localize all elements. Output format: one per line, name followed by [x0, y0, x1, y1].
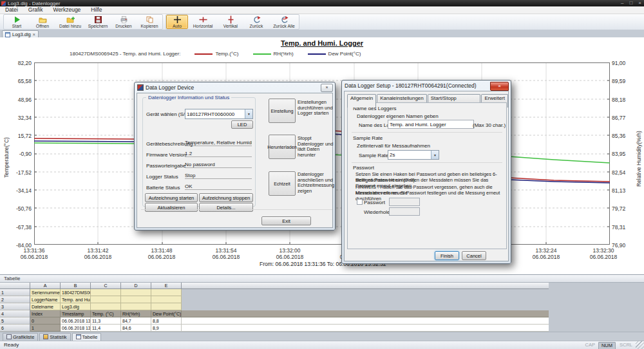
device-row-label: Logger Status: [146, 174, 178, 180]
einstellung-button[interactable]: Einstellung: [269, 99, 296, 123]
sample-section-title: Sample Rate: [353, 135, 383, 141]
resize-grip[interactable]: [636, 341, 644, 349]
menu-hilfe[interactable]: Hilfe: [86, 6, 107, 14]
echtzeit-desc: Datenlogger anschließen und Echtzeitmess…: [298, 172, 334, 194]
setup-dialog-titlebar[interactable]: Data Logger Setup - 180127RHT0064291(Con…: [342, 80, 511, 90]
right-tick: 86,77: [612, 115, 634, 121]
col-header-c[interactable]: C: [91, 283, 121, 289]
view-tab-grafikliste[interactable]: Grafikliste: [3, 333, 38, 341]
copy-icon: [146, 15, 154, 24]
device-dialog-separator: [141, 209, 332, 210]
add-file-button[interactable]: Datei hinzu: [55, 15, 85, 29]
device-row-value: OK: [185, 184, 252, 190]
col-header-a[interactable]: A: [30, 283, 61, 289]
right-tick: 88,18: [612, 97, 634, 103]
device-row-value: Stop: [185, 173, 252, 179]
password-input[interactable]: [389, 198, 420, 206]
vertical-zoom-button[interactable]: Vertikal: [218, 15, 243, 29]
data-table[interactable]: A B C D E 1 Seriennummer 180427DMS006...…: [0, 283, 549, 332]
view-tab-tabelle[interactable]: Tabelle: [72, 333, 102, 341]
start-button[interactable]: Start: [4, 15, 30, 29]
setup-dialog-close-button[interactable]: ×: [490, 82, 509, 91]
device-select-dropdown[interactable]: 180127RHT0060000 ▼: [185, 109, 253, 119]
status-bar: Ready CAP NUM SCRL: [0, 341, 644, 349]
table-row[interactable]: 4 Index Timestamp Temp. (°C) RH(%rh) Dew…: [0, 310, 549, 317]
right-tick: 89,59: [612, 78, 634, 84]
table-header-row: A B C D E: [0, 283, 549, 289]
legend-dewpoint-label: Dew Point(°C): [328, 51, 361, 57]
col-header-e[interactable]: E: [151, 283, 182, 289]
left-tick: 32,34: [10, 115, 32, 121]
document-tab-close-icon[interactable]: ×: [33, 32, 35, 37]
save-button[interactable]: Speichern: [85, 15, 111, 29]
dropdown-arrow-icon: ▼: [245, 109, 252, 118]
toolbar-zoom-group: Auto Horizontal Vertikal Zurück Zurück A…: [166, 14, 299, 30]
add-file-icon: [66, 15, 75, 24]
chart-title: Temp. and Humi. Logger: [0, 39, 644, 47]
cancel-button[interactable]: Cancel: [462, 251, 486, 260]
print-button[interactable]: Drucken: [111, 15, 137, 29]
table-row[interactable]: 3 Dateiname Log3.dlg: [0, 303, 549, 310]
document-icon: [5, 32, 10, 37]
record-start-button[interactable]: Aufzeichnung starten: [145, 193, 198, 202]
exit-button[interactable]: Exit: [261, 216, 311, 225]
herunterladen-desc: Stoppt Datenlogger und lädt Daten herunt…: [298, 136, 334, 158]
record-stop-button[interactable]: Aufzeichnung stoppen: [199, 193, 253, 202]
legend-dewpoint-line-icon: [308, 53, 326, 55]
x-tick: 13:31:4206.06.2018: [77, 247, 118, 260]
open-button[interactable]: Öffnen: [30, 15, 55, 29]
sample-rate-dropdown[interactable]: 2s ▼: [388, 150, 439, 160]
finish-button[interactable]: Finish: [435, 251, 459, 260]
device-dialog-titlebar[interactable]: Data Logger Device: [135, 82, 335, 92]
zoom-back-button[interactable]: Zurück: [243, 15, 269, 29]
led-button[interactable]: LED: [231, 120, 253, 129]
zoom-back-all-button[interactable]: Zurück Alle: [269, 15, 299, 29]
tab-allgemein[interactable]: Allgemein: [347, 94, 376, 108]
save-icon: [94, 15, 102, 24]
device-dialog-close-button[interactable]: ×: [321, 84, 333, 92]
undo-all-zoom-icon: [280, 15, 289, 24]
refresh-button[interactable]: Aktualisieren: [145, 203, 198, 212]
device-dialog-body: Datenlogger Information und Status Gerät…: [137, 93, 333, 228]
auto-zoom-button[interactable]: Auto: [166, 15, 188, 29]
maximize-button[interactable]: □: [629, 0, 632, 6]
x-tick: 13:31:5406.06.2018: [205, 247, 247, 260]
section-separator: [352, 132, 502, 133]
herunterladen-button[interactable]: Herunterladen: [269, 135, 296, 159]
horizontal-zoom-button[interactable]: Horizontal: [188, 15, 218, 29]
password-repeat-input[interactable]: [389, 207, 420, 216]
statistik-icon: [43, 334, 48, 339]
table-row[interactable]: 2 LoggerName Temp. and Hum...: [0, 296, 549, 303]
close-button[interactable]: ×: [638, 0, 641, 6]
password-checkbox[interactable]: [357, 199, 363, 205]
setup-dialog-body: Allgemein Kanaleinstellungen Start/Stopp…: [344, 91, 509, 261]
view-tab-statistik[interactable]: Statistik: [39, 333, 70, 341]
right-tick: 81,13: [612, 187, 634, 194]
menu-werkzeuge[interactable]: Werkzeuge: [48, 6, 86, 14]
undo-zoom-icon: [252, 15, 261, 24]
table-row[interactable]: 1 Seriennummer 180427DMS006...: [0, 289, 549, 296]
menu-datei[interactable]: Datei: [0, 6, 23, 14]
sample-section-hint: Zeitintervall für Messaufnahmen: [357, 143, 430, 149]
setup-tab-panel: Name des Loggers Datenlogger eigenen Nam…: [347, 102, 507, 249]
left-tick: -67,38: [10, 224, 32, 231]
legend-serial-label: 180427DMS0069425 - Temp. and Humi. Logge…: [70, 51, 180, 57]
right-tick: 78,31: [612, 224, 634, 231]
logger-name-input[interactable]: Temp. and Humi. Logger: [388, 120, 474, 129]
table-row[interactable]: 5 0 06.06.2018 13:... 11,3 84,7 8,8: [0, 317, 549, 325]
col-header-b[interactable]: B: [61, 283, 91, 289]
copy-button[interactable]: Kopieren: [137, 15, 162, 29]
menu-bar: Datei Grafik Werkzeuge Hilfe: [0, 6, 644, 14]
app-logo-icon: [1, 1, 6, 6]
menu-grafik[interactable]: Grafik: [23, 6, 48, 14]
section-separator: [352, 162, 502, 163]
grafikliste-icon: [6, 334, 12, 339]
left-tick: -0,90: [10, 151, 32, 157]
table-row[interactable]: 6 1 06.06.2018 13:... 11,4 84,6 8,9: [0, 325, 549, 332]
minimize-button[interactable]: –: [621, 0, 623, 6]
col-header-d[interactable]: D: [121, 283, 151, 289]
device-dialog-title: Data Logger Device: [146, 84, 194, 91]
echtzeit-button[interactable]: Echtzeit: [269, 171, 296, 196]
details-button[interactable]: Details...: [199, 203, 253, 212]
device-row-label: Passworteingabe: [146, 163, 185, 169]
